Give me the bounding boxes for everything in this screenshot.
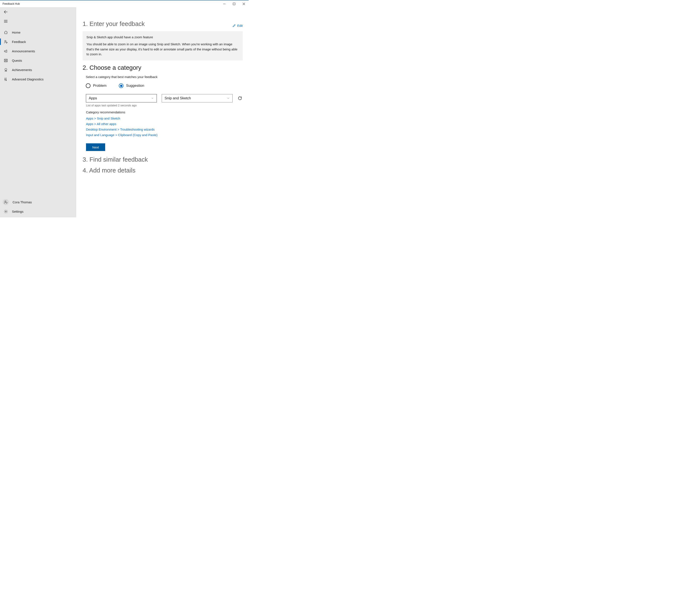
sidebar-item-label: Feedback bbox=[12, 40, 26, 44]
step4-title: 4. Add more details bbox=[83, 167, 243, 174]
svg-rect-0 bbox=[233, 3, 235, 5]
close-button[interactable] bbox=[239, 0, 249, 7]
sidebar-user[interactable]: Cora Thomas bbox=[0, 197, 76, 207]
window-title: Feedback Hub bbox=[3, 2, 20, 5]
maximize-button[interactable] bbox=[229, 0, 239, 7]
svg-point-3 bbox=[5, 60, 6, 61]
sidebar-item-label: Announcements bbox=[12, 49, 35, 53]
feedback-title: Snip & Sketch app should have a zoom fea… bbox=[86, 35, 239, 40]
apps-updated-hint: List of apps last updated 2 seconds ago bbox=[86, 104, 243, 107]
map-icon bbox=[3, 58, 8, 63]
diagnostics-icon bbox=[3, 77, 8, 81]
svg-point-4 bbox=[5, 68, 7, 70]
category-primary-select[interactable]: Apps bbox=[86, 94, 157, 103]
sidebar-settings[interactable]: Settings bbox=[0, 207, 76, 216]
recommendations-title: Category recommendations bbox=[86, 110, 243, 114]
radio-suggestion[interactable]: Suggestion bbox=[119, 83, 144, 88]
feedback-summary-card: Snip & Sketch app should have a zoom fea… bbox=[83, 31, 243, 60]
sidebar-item-achievements[interactable]: Achievements bbox=[0, 65, 76, 75]
window-controls bbox=[219, 0, 249, 7]
titlebar: Feedback Hub bbox=[0, 0, 249, 7]
sidebar-item-label: Advanced Diagnostics bbox=[12, 78, 43, 81]
recommendations-list: Apps > Snip and Sketch Apps > All other … bbox=[86, 117, 243, 137]
radio-problem[interactable]: Problem bbox=[86, 83, 106, 88]
hamburger-icon bbox=[3, 19, 8, 24]
step2-title: 2. Choose a category bbox=[83, 64, 243, 71]
step1-title: 1. Enter your feedback bbox=[83, 20, 145, 27]
step3-title: 3. Find similar feedback bbox=[83, 156, 243, 163]
sidebar-item-announcements[interactable]: Announcements bbox=[0, 46, 76, 56]
svg-point-7 bbox=[5, 201, 6, 202]
sidebar-item-label: Home bbox=[12, 30, 20, 34]
minimize-button[interactable] bbox=[219, 0, 229, 7]
settings-label: Settings bbox=[12, 210, 23, 213]
radio-label-problem: Problem bbox=[93, 84, 106, 88]
chevron-down-icon bbox=[151, 97, 154, 100]
award-icon bbox=[3, 67, 8, 72]
recommendation-link[interactable]: Apps > Snip and Sketch bbox=[86, 117, 243, 120]
category-selects-row: Apps Snip and Sketch bbox=[86, 94, 243, 103]
recommendation-link[interactable]: Input and Language > Clipboard (Copy and… bbox=[86, 133, 243, 137]
sidebar-item-label: Achievements bbox=[12, 68, 32, 72]
edit-icon bbox=[232, 24, 236, 27]
hamburger-button[interactable] bbox=[0, 17, 76, 26]
radio-label-suggestion: Suggestion bbox=[126, 84, 144, 88]
recommendation-link[interactable]: Desktop Environment > Troubleshooting wi… bbox=[86, 128, 243, 131]
category-note: Select a category that best matches your… bbox=[86, 75, 243, 79]
user-avatar-icon bbox=[3, 199, 9, 205]
recommendation-link[interactable]: Apps > All other apps bbox=[86, 122, 243, 126]
next-button[interactable]: Next bbox=[86, 143, 105, 151]
svg-point-8 bbox=[5, 211, 6, 212]
chevron-down-icon bbox=[227, 97, 230, 100]
gear-icon bbox=[3, 209, 8, 214]
user-name: Cora Thomas bbox=[13, 200, 32, 204]
edit-label: Edit bbox=[237, 24, 243, 27]
edit-feedback-link[interactable]: Edit bbox=[232, 24, 243, 27]
feedback-type-radiogroup: Problem Suggestion bbox=[86, 83, 243, 88]
arrow-left-icon bbox=[3, 9, 8, 14]
step1-header: 1. Enter your feedback Edit bbox=[83, 17, 243, 31]
sidebar-item-feedback[interactable]: Feedback bbox=[0, 37, 76, 46]
sidebar-item-quests[interactable]: Quests bbox=[0, 56, 76, 65]
category-secondary-select[interactable]: Snip and Sketch bbox=[162, 94, 233, 103]
app-shell: Home Feedback Announcements Quests Achie bbox=[0, 7, 249, 217]
sidebar-item-label: Quests bbox=[12, 59, 22, 62]
megaphone-icon bbox=[3, 49, 8, 54]
sidebar-item-diagnostics[interactable]: Advanced Diagnostics bbox=[0, 75, 76, 84]
radio-icon bbox=[119, 83, 123, 88]
radio-icon bbox=[86, 83, 91, 88]
sidebar: Home Feedback Announcements Quests Achie bbox=[0, 7, 76, 217]
select-value: Apps bbox=[89, 96, 97, 100]
feedback-icon bbox=[3, 39, 8, 44]
sidebar-item-home[interactable]: Home bbox=[0, 28, 76, 37]
main-content: 1. Enter your feedback Edit Snip & Sketc… bbox=[76, 7, 249, 217]
svg-point-1 bbox=[4, 40, 6, 42]
select-value: Snip and Sketch bbox=[164, 96, 191, 100]
home-icon bbox=[3, 30, 8, 35]
back-button[interactable] bbox=[0, 7, 76, 17]
refresh-button[interactable] bbox=[237, 96, 242, 101]
feedback-body: You should be able to zoom in on an imag… bbox=[86, 42, 239, 57]
